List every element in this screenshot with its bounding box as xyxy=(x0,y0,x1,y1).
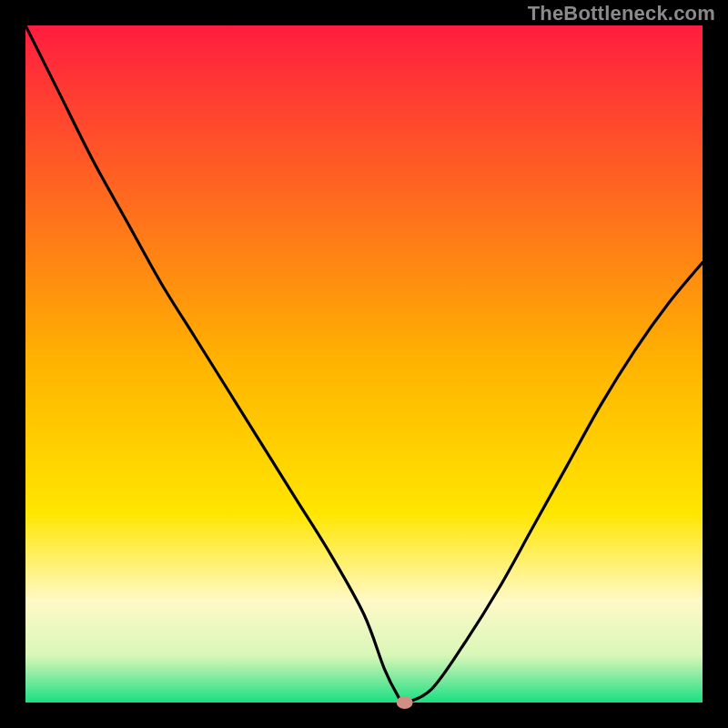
optimal-point-marker xyxy=(397,696,413,709)
chart-container: TheBottleneck.com xyxy=(0,0,728,728)
watermark-text: TheBottleneck.com xyxy=(528,2,715,25)
plot-background xyxy=(25,25,703,703)
bottleneck-chart xyxy=(0,0,728,728)
